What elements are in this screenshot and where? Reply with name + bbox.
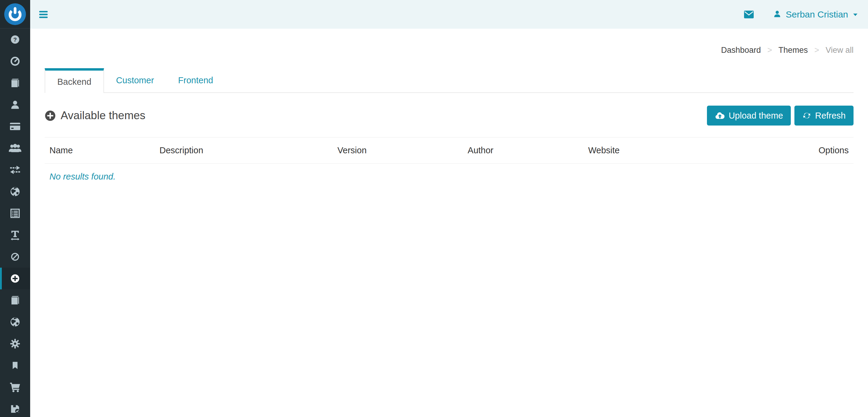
book-icon (9, 294, 21, 306)
svg-text:?: ? (13, 36, 17, 43)
sidebar-item-save[interactable] (0, 398, 30, 417)
column-version: Version (333, 137, 463, 163)
sidebar-item-add-active[interactable] (0, 268, 30, 289)
sidebar-item-book-2[interactable] (0, 289, 30, 311)
envelope-icon (744, 10, 754, 19)
breadcrumb: Dashboard > Themes > View all (44, 29, 854, 55)
empty-row: No results found. (44, 163, 854, 189)
ban-icon (10, 252, 20, 261)
messages-button[interactable] (744, 10, 754, 19)
globe-icon (10, 317, 21, 327)
sidebar-item-list[interactable] (0, 203, 30, 224)
users-icon (8, 141, 22, 155)
page-title: Available themes (44, 109, 145, 122)
topbar: Serban Cristian (30, 0, 868, 29)
sidebar-item-ban[interactable] (0, 246, 30, 268)
gear-icon (9, 338, 21, 350)
upload-theme-button[interactable]: Upload theme (707, 106, 791, 125)
credit-card-icon (9, 120, 21, 132)
sidebar-item-bookmark[interactable] (0, 355, 30, 376)
user-icon (10, 99, 21, 110)
column-website: Website (583, 137, 716, 163)
column-options: Options (716, 137, 854, 163)
page-title-text: Available themes (61, 109, 145, 122)
book-icon (9, 77, 21, 89)
caret-down-icon (852, 10, 858, 19)
main-content: Dashboard > Themes > View all Backend Cu… (30, 0, 868, 417)
cloud-upload-icon (715, 111, 725, 120)
globe-icon (10, 186, 21, 197)
bookmark-icon (10, 361, 20, 370)
user-name: Serban Cristian (786, 9, 848, 20)
sidebar-item-credit-card[interactable] (0, 116, 30, 137)
sidebar-item-users[interactable] (0, 137, 30, 159)
sidebar-toggle-button[interactable] (39, 11, 48, 18)
plus-circle-icon (10, 274, 20, 283)
sidebar-item-help[interactable]: ? (0, 29, 30, 50)
sidebar-item-user[interactable] (0, 94, 30, 116)
user-menu[interactable]: Serban Cristian (773, 9, 858, 20)
tab-bar: Backend Customer Frontend (44, 68, 854, 93)
cart-icon (9, 381, 21, 393)
sidebar-item-exchange[interactable] (0, 159, 30, 181)
section-head: Available themes Upload theme Refresh (44, 106, 854, 125)
breadcrumb-themes[interactable]: Themes (778, 46, 808, 55)
themes-table: Name Description Version Author Website … (44, 137, 854, 189)
sidebar-item-cart[interactable] (0, 376, 30, 398)
table-header-row: Name Description Version Author Website … (44, 137, 854, 163)
question-circle-icon: ? (10, 35, 20, 44)
breadcrumb-dashboard[interactable]: Dashboard (721, 46, 761, 55)
save-check-icon (9, 403, 21, 415)
topbar-right: Serban Cristian (744, 9, 858, 20)
sidebar-item-book[interactable] (0, 72, 30, 94)
app-logo[interactable] (0, 0, 30, 29)
sidebar-item-settings[interactable] (0, 333, 30, 355)
power-icon (4, 3, 26, 25)
text-width-icon (9, 229, 21, 241)
sidebar-item-globe-2[interactable] (0, 311, 30, 333)
tachometer-icon (10, 56, 21, 67)
column-author: Author (463, 137, 584, 163)
sidebar-item-text-width[interactable] (0, 224, 30, 246)
breadcrumb-view-all: View all (826, 46, 854, 55)
breadcrumb-separator: > (767, 46, 772, 55)
tab-frontend[interactable]: Frontend (166, 68, 225, 92)
action-buttons: Upload theme Refresh (707, 106, 854, 125)
hamburger-icon (39, 11, 48, 18)
column-name: Name (44, 137, 155, 163)
sidebar-item-dashboard[interactable] (0, 50, 30, 72)
column-description: Description (155, 137, 333, 163)
breadcrumb-separator: > (814, 46, 819, 55)
tab-customer[interactable]: Customer (104, 68, 166, 92)
plus-circle-icon (44, 110, 56, 121)
sidebar-item-globe[interactable] (0, 181, 30, 203)
empty-message: No results found. (44, 163, 854, 189)
refresh-button[interactable]: Refresh (795, 106, 854, 125)
tab-backend[interactable]: Backend (44, 68, 104, 93)
exchange-icon (9, 163, 22, 176)
refresh-icon (802, 111, 811, 120)
sidebar: ? (0, 0, 30, 417)
user-icon (773, 10, 781, 19)
th-list-icon (9, 208, 21, 219)
